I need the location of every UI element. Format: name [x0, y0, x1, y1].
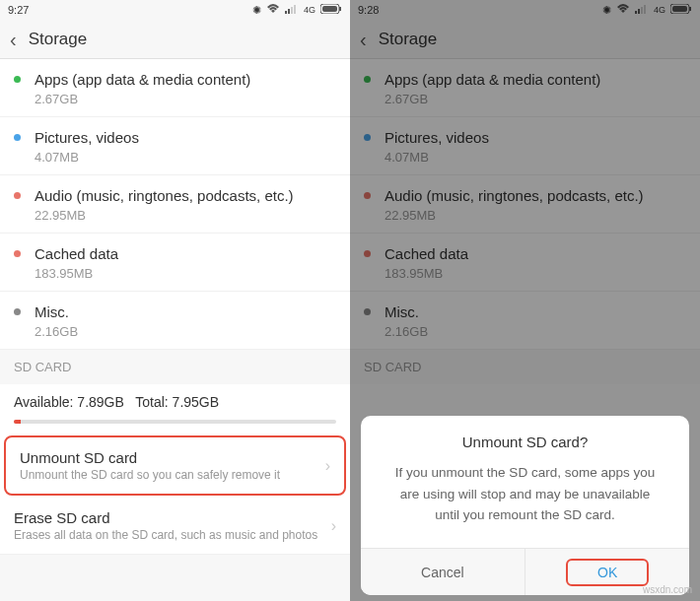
list-item-misc[interactable]: Misc. 2.16GB — [0, 292, 350, 350]
erase-sd-card[interactable]: Erase SD card Erases all data on the SD … — [0, 498, 350, 555]
dot-icon — [14, 192, 21, 199]
wifi-icon — [266, 3, 280, 17]
action-desc: Unmount the SD card so you can safely re… — [20, 468, 325, 482]
dialog-overlay: Unmount SD card? If you unmount the SD c… — [350, 0, 700, 601]
status-icons: ✺ 4G — [252, 3, 342, 17]
status-time: 9:27 — [8, 4, 29, 16]
svg-rect-5 — [322, 6, 337, 12]
cancel-button[interactable]: Cancel — [361, 549, 525, 595]
action-title: Erase SD card — [14, 509, 331, 526]
item-title: Cached data — [35, 243, 336, 264]
chevron-right-icon: › — [331, 517, 336, 535]
progress-bar — [14, 420, 336, 424]
dialog-message: If you unmount the SD card, some apps yo… — [361, 462, 690, 548]
page-title: Storage — [29, 30, 88, 49]
signal-icon — [285, 4, 299, 16]
dot-icon — [14, 76, 21, 83]
battery-icon — [320, 4, 342, 16]
progress-fill — [14, 420, 21, 424]
svg-rect-3 — [294, 5, 296, 14]
network-4g-icon: 4G — [304, 5, 315, 15]
header: ‹ Storage — [0, 20, 350, 59]
list-item-pictures[interactable]: Pictures, videos 4.07MB — [0, 117, 350, 175]
phone-left: 9:27 ✺ 4G ‹ Storage Apps (app data & med… — [0, 0, 350, 601]
action-desc: Erases all data on the SD card, such as … — [14, 528, 331, 542]
dialog-title: Unmount SD card? — [361, 416, 690, 462]
item-title: Apps (app data & media content) — [35, 69, 336, 90]
list-item-audio[interactable]: Audio (music, ringtones, podcasts, etc.)… — [0, 175, 350, 234]
dot-icon — [14, 250, 21, 257]
back-icon[interactable]: ‹ — [10, 30, 17, 49]
dialog-buttons: Cancel OK — [361, 548, 690, 595]
item-size: 22.95MB — [35, 208, 336, 223]
phone-right: 9:28 ✺ 4G ‹ Storage Apps (app data & med… — [350, 0, 700, 601]
item-size: 2.67GB — [35, 92, 336, 106]
watermark: wsxdn.com — [643, 584, 692, 595]
unmount-sd-card[interactable]: Unmount SD card Unmount the SD card so y… — [4, 435, 346, 496]
item-title: Misc. — [35, 301, 336, 322]
list-item-apps[interactable]: Apps (app data & media content) 2.67GB — [0, 59, 350, 117]
sd-summary-text: Available: 7.89GB Total: 7.95GB — [14, 394, 336, 410]
svg-rect-2 — [291, 7, 293, 14]
chevron-right-icon: › — [325, 457, 330, 475]
svg-rect-6 — [339, 7, 341, 11]
item-title: Pictures, videos — [35, 127, 336, 148]
vibrate-icon: ✺ — [252, 4, 261, 17]
status-bar: 9:27 ✺ 4G — [0, 0, 350, 20]
item-size: 183.95MB — [35, 266, 336, 281]
svg-rect-0 — [285, 11, 287, 14]
list-item-cached[interactable]: Cached data 183.95MB — [0, 234, 350, 292]
item-title: Audio (music, ringtones, podcasts, etc.) — [35, 185, 336, 206]
dot-icon — [14, 308, 21, 315]
unmount-dialog: Unmount SD card? If you unmount the SD c… — [361, 416, 690, 595]
item-size: 2.16GB — [35, 324, 336, 339]
item-size: 4.07MB — [35, 150, 336, 165]
svg-rect-1 — [288, 9, 290, 14]
section-sd-card: SD CARD — [0, 350, 350, 384]
action-title: Unmount SD card — [20, 449, 325, 466]
sd-summary: Available: 7.89GB Total: 7.95GB — [0, 384, 350, 434]
dot-icon — [14, 134, 21, 141]
content: Apps (app data & media content) 2.67GB P… — [0, 59, 350, 555]
